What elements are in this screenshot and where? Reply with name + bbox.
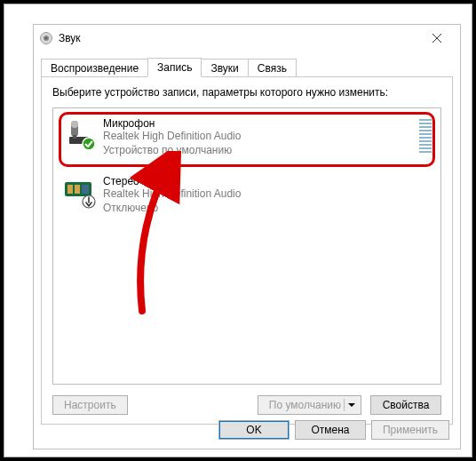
disabled-badge-icon [82,195,96,209]
check-badge-icon [82,137,96,151]
properties-button[interactable]: Свойства [370,395,441,415]
tab-sounds[interactable]: Звуки [201,59,248,77]
tab-bar: Воспроизведение Запись Звуки Связь [34,55,460,76]
close-button[interactable] [419,26,455,51]
dialog-button-row: OK Отмена Применить [218,420,449,440]
device-item-microphone[interactable]: Микрофон Realtek High Definition Audio У… [53,108,440,166]
microphone-icon [62,117,94,149]
configure-button[interactable]: Настроить [52,395,128,415]
sound-dialog: Звук Воспроизведение Запись Звуки Связь … [33,24,461,449]
soundchip-icon [62,175,94,207]
ok-button[interactable]: OK [218,420,290,440]
tab-communications[interactable]: Связь [248,59,297,77]
tab-playback[interactable]: Воспроизведение [41,59,148,77]
screenshot-frame: Звук Воспроизведение Запись Звуки Связь … [4,4,472,457]
device-driver: Realtek High Definition Audio [103,130,412,144]
device-item-stereomix[interactable]: Стерео микшер Realtek High Definition Au… [53,166,440,224]
tabpage-button-row: Настроить По умолчанию Свойства [52,395,441,415]
svg-point-9 [83,138,95,150]
recording-tabpage: Выберите устройство записи, параметры ко… [41,76,453,425]
device-list[interactable]: Микрофон Realtek High Definition Audio У… [52,107,441,385]
level-meter [419,119,432,153]
apply-button[interactable]: Применить [371,420,449,440]
cancel-button[interactable]: Отмена [295,420,366,440]
svg-rect-11 [67,185,73,194]
device-status: Отключено [103,202,432,216]
set-default-button[interactable]: По умолчанию [258,395,361,415]
svg-rect-8 [73,135,76,139]
svg-rect-7 [71,121,78,128]
window-title: Звук [59,32,81,44]
device-title: Стерео микшер [103,175,432,187]
svg-rect-12 [75,185,80,194]
tab-recording[interactable]: Запись [147,58,202,77]
titlebar: Звук [34,25,460,52]
svg-rect-13 [82,185,89,194]
svg-point-2 [45,37,48,40]
device-title: Микрофон [103,117,412,130]
device-status: Устройство по умолчанию [103,144,412,158]
speaker-icon [39,31,53,45]
instruction-text: Выберите устройство записи, параметры ко… [42,77,452,104]
device-driver: Realtek High Definition Audio [103,187,432,202]
